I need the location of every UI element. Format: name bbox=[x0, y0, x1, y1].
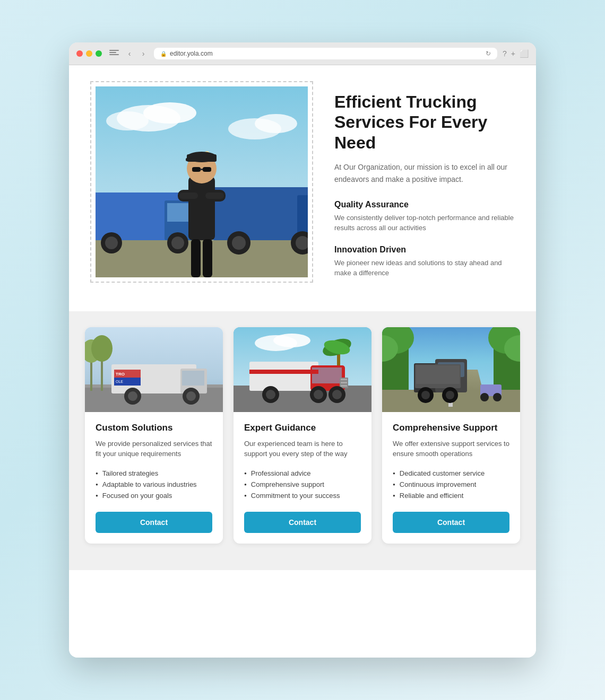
help-icon[interactable]: ? bbox=[503, 49, 507, 58]
svg-rect-35 bbox=[203, 239, 212, 277]
svg-rect-6 bbox=[96, 240, 308, 277]
feature-innovation: Innovation Driven We pioneer new ideas a… bbox=[334, 245, 515, 278]
add-icon[interactable]: + bbox=[511, 49, 515, 58]
toolbar-right: ? + ⬜ bbox=[503, 49, 529, 58]
maximize-dot[interactable] bbox=[96, 50, 102, 57]
card2-list: Professional advice Comprehensive suppor… bbox=[244, 468, 361, 501]
svg-point-42 bbox=[91, 335, 113, 362]
close-dot[interactable] bbox=[76, 50, 83, 57]
svg-point-72 bbox=[314, 390, 323, 399]
card1-contact-button[interactable]: Contact bbox=[96, 512, 212, 533]
svg-rect-30 bbox=[200, 169, 203, 170]
svg-rect-28 bbox=[192, 167, 201, 172]
list-item: Dedicated customer service bbox=[393, 468, 509, 479]
svg-point-92 bbox=[421, 391, 430, 399]
browser-chrome: ‹ › 🔒 editor.yola.com ↻ ? + ⬜ bbox=[69, 42, 536, 65]
svg-rect-33 bbox=[205, 192, 224, 199]
tab-icon bbox=[109, 50, 119, 57]
list-item: Continuous improvement bbox=[393, 479, 509, 490]
svg-rect-32 bbox=[179, 192, 198, 199]
card-comprehensive-support: Comprehensive Support We offer extensive… bbox=[382, 327, 520, 544]
card-image-1: TRO OLE bbox=[85, 327, 223, 412]
card1-list: Tailored strategies Adaptable to various… bbox=[96, 468, 212, 501]
card3-list: Dedicated customer service Continuous im… bbox=[393, 468, 509, 501]
list-item: Adaptable to various industries bbox=[96, 479, 212, 490]
card2-desc: Our experienced team is here to support … bbox=[244, 439, 361, 459]
hero-trucks-svg bbox=[96, 86, 308, 277]
card3-title: Comprehensive Support bbox=[393, 423, 509, 433]
forward-button[interactable]: › bbox=[138, 48, 149, 59]
back-button[interactable]: ‹ bbox=[124, 48, 135, 59]
list-item: Reliable and efficient bbox=[393, 490, 509, 501]
svg-rect-29 bbox=[203, 167, 211, 172]
svg-point-47 bbox=[128, 391, 137, 401]
svg-point-97 bbox=[493, 393, 502, 401]
svg-point-5 bbox=[255, 114, 297, 133]
traffic-lights bbox=[76, 50, 102, 57]
card3-contact-button[interactable]: Contact bbox=[393, 512, 509, 533]
svg-point-13 bbox=[171, 237, 184, 249]
svg-rect-27 bbox=[186, 158, 192, 161]
svg-rect-66 bbox=[341, 379, 347, 380]
card2-contact-button[interactable]: Contact bbox=[244, 512, 361, 533]
list-item: Commitment to your success bbox=[244, 490, 361, 501]
svg-point-96 bbox=[480, 393, 489, 401]
card-body-3: Comprehensive Support We offer extensive… bbox=[382, 412, 520, 544]
card1-truck-svg: TRO OLE bbox=[85, 327, 223, 412]
card-image-3 bbox=[382, 327, 520, 412]
card1-desc: We provide personalized services that fi… bbox=[96, 439, 212, 459]
browser-content: Efficient Trucking Services For Every Ne… bbox=[69, 65, 536, 658]
nav-buttons: ‹ › bbox=[124, 48, 149, 59]
list-item: Tailored strategies bbox=[96, 468, 212, 479]
svg-text:TRO: TRO bbox=[116, 372, 125, 377]
svg-rect-23 bbox=[188, 177, 215, 240]
address-bar[interactable]: 🔒 editor.yola.com ↻ bbox=[154, 48, 497, 59]
hero-image bbox=[96, 86, 308, 277]
svg-point-11 bbox=[105, 237, 118, 249]
card3-desc: We offer extensive support services to e… bbox=[393, 439, 509, 459]
cards-section: TRO OLE Custom Solutions We provide pers… bbox=[69, 311, 536, 570]
card-custom-solutions: TRO OLE Custom Solutions We provide pers… bbox=[85, 327, 223, 544]
svg-text:OLE: OLE bbox=[116, 380, 123, 383]
svg-rect-34 bbox=[191, 239, 201, 277]
browser-window: ‹ › 🔒 editor.yola.com ↻ ? + ⬜ bbox=[69, 42, 536, 658]
feature-innovation-desc: We pioneer new ideas and solutions to st… bbox=[334, 258, 515, 278]
svg-rect-67 bbox=[341, 382, 347, 383]
feature-quality-desc: We consistently deliver top-notch perfor… bbox=[334, 213, 515, 233]
svg-point-56 bbox=[273, 334, 310, 347]
card3-truck-svg bbox=[382, 327, 520, 412]
svg-rect-68 bbox=[341, 385, 347, 387]
url-text: editor.yola.com bbox=[170, 50, 213, 57]
card-expert-guidance: Expert Guidance Our experienced team is … bbox=[234, 327, 371, 544]
svg-point-74 bbox=[332, 390, 342, 399]
svg-rect-14 bbox=[212, 187, 308, 240]
list-item: Comprehensive support bbox=[244, 479, 361, 490]
svg-point-2 bbox=[143, 102, 196, 124]
svg-rect-64 bbox=[249, 370, 318, 374]
card2-truck-svg bbox=[234, 327, 371, 412]
hero-text: Efficient Trucking Services For Every Ne… bbox=[334, 81, 515, 290]
minimize-dot[interactable] bbox=[86, 50, 92, 57]
cards-grid: TRO OLE Custom Solutions We provide pers… bbox=[85, 327, 520, 544]
card-image-2 bbox=[234, 327, 371, 412]
list-item: Focused on your goals bbox=[96, 490, 212, 501]
feature-innovation-title: Innovation Driven bbox=[334, 245, 515, 255]
hero-section: Efficient Trucking Services For Every Ne… bbox=[69, 65, 536, 311]
feature-quality-title: Quality Assurance bbox=[334, 200, 515, 209]
card1-title: Custom Solutions bbox=[96, 423, 212, 433]
hero-image-wrapper bbox=[90, 81, 313, 285]
svg-rect-61 bbox=[249, 362, 318, 391]
hero-title: Efficient Trucking Services For Every Ne… bbox=[334, 92, 515, 153]
svg-rect-45 bbox=[182, 371, 204, 386]
svg-point-49 bbox=[186, 391, 196, 401]
svg-point-70 bbox=[266, 390, 275, 399]
feature-quality: Quality Assurance We consistently delive… bbox=[334, 200, 515, 233]
svg-point-94 bbox=[446, 391, 454, 399]
card-body-1: Custom Solutions We provide personalized… bbox=[85, 412, 223, 544]
reload-icon[interactable]: ↻ bbox=[486, 50, 491, 57]
dashed-border bbox=[90, 81, 313, 283]
hero-subtitle: At Our Organization, our mission is to e… bbox=[334, 161, 515, 185]
share-icon[interactable]: ⬜ bbox=[520, 49, 529, 58]
svg-rect-90 bbox=[416, 365, 460, 384]
card2-title: Expert Guidance bbox=[244, 423, 361, 433]
